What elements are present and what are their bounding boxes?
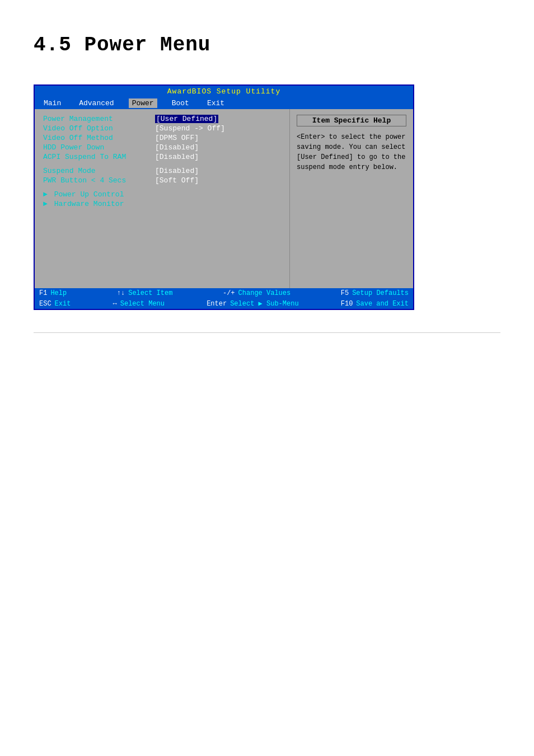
- page-title: 4.5 Power Menu: [0, 0, 534, 73]
- bios-footer-row2: ESC Exit ↔ Select Menu Enter Select ▶ Su…: [35, 298, 413, 309]
- footer-key-enter: Enter: [207, 300, 227, 308]
- footer-desc-change: Change Values: [238, 289, 291, 297]
- bios-screen: AwardBIOS Setup Utility Main Advanced Po…: [34, 84, 414, 310]
- footer-desc-esc: Exit: [55, 300, 71, 308]
- footer-arrows: ↑↓ Select Item: [117, 289, 173, 297]
- bios-menu-bar[interactable]: Main Advanced Power Boot Exit: [35, 97, 413, 109]
- setting-value-power-management: [User Defined]: [155, 115, 218, 123]
- table-row[interactable]: Video Off Method [DPMS OFF]: [43, 134, 281, 142]
- submenu-label-hardware-monitor: Hardware Monitor: [54, 200, 124, 208]
- setting-label-hdd-power-down: HDD Power Down: [43, 143, 155, 152]
- footer-desc-f1: Help: [50, 289, 67, 297]
- menu-item-advanced[interactable]: Advanced: [76, 98, 117, 108]
- footer-select-menu: ↔ Select Menu: [113, 299, 165, 308]
- footer-f5: F5 Setup Defaults: [341, 289, 409, 297]
- bios-title-bar: AwardBIOS Setup Utility: [35, 86, 413, 97]
- submenu-power-up-control[interactable]: ► Power Up Control: [43, 190, 281, 199]
- footer-desc-arrows: Select Item: [128, 289, 172, 297]
- bios-settings-panel: Power Management [User Defined] Video Of…: [35, 109, 290, 288]
- bios-body: Power Management [User Defined] Video Of…: [35, 109, 413, 288]
- setting-label-acpi-suspend: ACPI Suspend To RAM: [43, 153, 155, 161]
- footer-enter: Enter Select ▶ Sub-Menu: [207, 299, 298, 308]
- page-divider: [34, 332, 500, 333]
- footer-change: -/+ Change Values: [223, 289, 291, 297]
- menu-item-exit[interactable]: Exit: [204, 98, 228, 108]
- submenu-label-power-up: Power Up Control: [54, 190, 124, 199]
- footer-esc: ESC Exit: [39, 299, 71, 308]
- footer-desc-f10: Save and Exit: [356, 300, 409, 308]
- footer-key-arrows: ↑↓: [117, 289, 125, 297]
- table-row[interactable]: Power Management [User Defined]: [43, 115, 281, 123]
- setting-label-pwr-button: PWR Button < 4 Secs: [43, 176, 155, 185]
- table-row[interactable]: HDD Power Down [Disabled]: [43, 143, 281, 152]
- submenu-arrow-icon: ►: [43, 200, 48, 208]
- setting-label-suspend-mode: Suspend Mode: [43, 167, 155, 175]
- bios-help-panel: Item Specific Help <Enter> to select the…: [290, 109, 413, 288]
- footer-desc-f5: Setup Defaults: [352, 289, 409, 297]
- footer-f10: F10 Save and Exit: [341, 299, 409, 308]
- table-row[interactable]: Video Off Option [Suspend -> Off]: [43, 124, 281, 133]
- table-row[interactable]: ACPI Suspend To RAM [Disabled]: [43, 153, 281, 161]
- bios-footer-row1: F1 Help ↑↓ Select Item -/+ Change Values…: [35, 288, 413, 298]
- table-row[interactable]: Suspend Mode [Disabled]: [43, 167, 281, 175]
- footer-key-f1: F1: [39, 289, 47, 297]
- submenu-hardware-monitor[interactable]: ► Hardware Monitor: [43, 200, 281, 208]
- help-title: Item Specific Help: [297, 115, 406, 126]
- menu-item-power[interactable]: Power: [129, 98, 157, 108]
- footer-key-esc: ESC: [39, 300, 51, 308]
- help-text: <Enter> to select the power saving mode.…: [297, 132, 406, 172]
- footer-desc-enter: Select ▶ Sub-Menu: [230, 299, 298, 308]
- footer-key-change: -/+: [223, 289, 235, 297]
- setting-value-pwr-button: [Soft Off]: [155, 176, 199, 185]
- setting-value-acpi-suspend: [Disabled]: [155, 153, 199, 161]
- footer-key-f5: F5: [341, 289, 349, 297]
- setting-value-hdd-power-down: [Disabled]: [155, 143, 199, 152]
- setting-label-video-off-method: Video Off Method: [43, 134, 155, 142]
- menu-item-main[interactable]: Main: [40, 98, 64, 108]
- footer-f1: F1 Help: [39, 289, 67, 297]
- setting-value-suspend-mode: [Disabled]: [155, 167, 199, 175]
- footer-key-f10: F10: [341, 300, 353, 308]
- setting-value-video-off-option: [Suspend -> Off]: [155, 124, 225, 133]
- menu-item-boot[interactable]: Boot: [168, 98, 193, 108]
- setting-label-power-management: Power Management: [43, 115, 155, 123]
- submenu-arrow-icon: ►: [43, 190, 48, 199]
- footer-key-select-menu: ↔: [113, 300, 117, 308]
- table-row[interactable]: PWR Button < 4 Secs [Soft Off]: [43, 176, 281, 185]
- setting-label-video-off-option: Video Off Option: [43, 124, 155, 133]
- setting-value-video-off-method: [DPMS OFF]: [155, 134, 199, 142]
- footer-desc-select-menu: Select Menu: [120, 300, 165, 308]
